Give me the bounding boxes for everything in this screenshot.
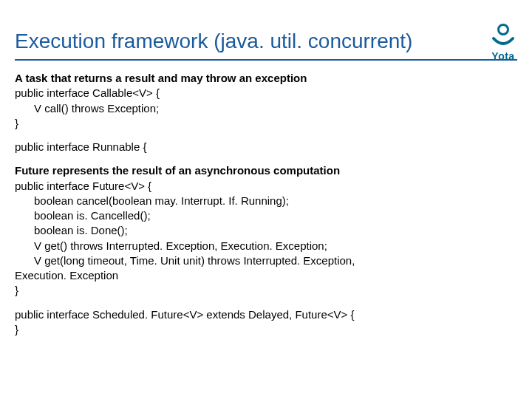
future-section: Future represents the result of an async… <box>15 163 517 298</box>
code-line: V get(long timeout, Time. Unit unit) thr… <box>15 253 517 268</box>
callable-heading: A task that returns a result and may thr… <box>15 71 517 86</box>
code-line: } <box>15 283 517 298</box>
code-line: V get() throws Interrupted. Exception, E… <box>15 239 517 253</box>
callable-section: A task that returns a result and may thr… <box>15 71 517 131</box>
code-line: public interface Runnable { <box>15 140 517 154</box>
title-divider <box>15 59 517 61</box>
code-line: public interface Future<V> { <box>15 179 517 194</box>
yota-logo-icon <box>491 24 516 49</box>
code-line: V call() throws Exception; <box>15 101 517 116</box>
scheduled-section: public interface Scheduled. Future<V> ex… <box>15 307 517 338</box>
brand-logo-text: Yota <box>491 50 516 62</box>
runnable-section: public interface Runnable { <box>15 140 517 154</box>
slide-body: A task that returns a result and may thr… <box>0 71 532 337</box>
code-line: boolean cancel(boolean may. Interrupt. I… <box>15 194 517 208</box>
code-line: public interface Scheduled. Future<V> ex… <box>15 307 517 322</box>
code-line: } <box>15 116 517 131</box>
code-line: public interface Callable<V> { <box>15 86 517 100</box>
code-line: boolean is. Done(); <box>15 223 517 238</box>
code-line: boolean is. Cancelled(); <box>15 208 517 223</box>
code-line: Execution. Exception <box>15 268 517 283</box>
slide-title: Execution framework (java. util. concurr… <box>0 0 532 59</box>
brand-logo: Yota <box>491 24 516 62</box>
svg-point-0 <box>499 25 508 35</box>
future-heading: Future represents the result of an async… <box>15 163 517 178</box>
code-line: } <box>15 322 517 337</box>
